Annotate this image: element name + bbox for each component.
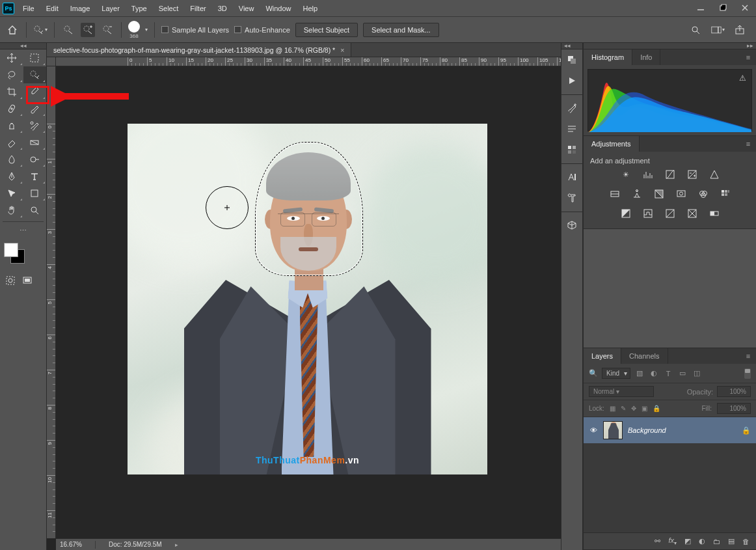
paragraph-panel-icon[interactable] — [561, 187, 582, 208]
canvas-viewport[interactable]: ThuThuatPhanMem.vn — [56, 66, 561, 538]
blur-tool[interactable] — [0, 151, 23, 168]
toolbox-expand-handle[interactable]: ◂◂ — [0, 43, 46, 49]
play-panel-icon[interactable] — [561, 70, 582, 91]
delete-layer-icon[interactable]: 🗑 — [742, 538, 749, 545]
screen-mode-icon[interactable] — [22, 275, 33, 287]
curves-icon[interactable] — [664, 169, 677, 180]
new-layer-icon[interactable]: ▤ — [728, 537, 735, 545]
photo-filter-icon[interactable] — [675, 188, 688, 200]
select-subject-button[interactable]: Select Subject — [295, 23, 358, 37]
menu-layer[interactable]: Layer — [96, 0, 126, 17]
edit-toolbar-button[interactable]: ⋯ — [0, 222, 46, 239]
canvas[interactable]: ThuThuatPhanMem.vn — [128, 124, 487, 474]
history-brush-tool[interactable] — [23, 117, 47, 134]
shape-tool[interactable] — [23, 185, 47, 202]
menu-type[interactable]: Type — [126, 0, 153, 17]
threshold-icon[interactable] — [664, 208, 677, 219]
layer-row-background[interactable]: 👁 Background 🔒 — [584, 417, 756, 443]
select-and-mask-button[interactable]: Select and Mask... — [363, 23, 439, 37]
new-group-icon[interactable]: 🗀 — [713, 538, 720, 545]
color-balance-icon[interactable] — [630, 188, 643, 200]
menu-file[interactable]: File — [17, 0, 40, 17]
menu-help[interactable]: Help — [297, 0, 324, 17]
menu-window[interactable]: Window — [260, 0, 297, 17]
pen-tool[interactable] — [0, 168, 23, 185]
lasso-tool[interactable] — [0, 66, 23, 83]
menu-image[interactable]: Image — [64, 0, 96, 17]
new-adjustment-layer-icon[interactable]: ◐ — [699, 537, 705, 545]
panels-expand-handle[interactable]: ▸▸ — [584, 43, 756, 49]
levels-icon[interactable] — [641, 169, 655, 180]
new-selection-icon[interactable] — [61, 23, 75, 37]
lock-artboard-icon[interactable]: ▣ — [641, 405, 647, 412]
eyedropper-tool[interactable] — [23, 83, 47, 100]
subtract-from-selection-icon[interactable] — [100, 23, 115, 37]
adjustments-tab[interactable]: Adjustments — [584, 136, 640, 152]
filter-toggle[interactable] — [744, 368, 751, 379]
window-restore-button[interactable] — [712, 1, 734, 15]
window-close-button[interactable] — [734, 1, 756, 15]
histogram-warning-icon[interactable]: ⚠ — [739, 74, 746, 83]
lock-transparent-icon[interactable]: ▦ — [610, 405, 615, 412]
ruler-horizontal[interactable]: 0510152025303540455055606570758085909510… — [56, 57, 561, 66]
lock-position-icon[interactable]: ✥ — [631, 405, 636, 412]
histogram-tab[interactable]: Histogram — [584, 49, 632, 65]
zoom-level[interactable]: 16.67% — [60, 541, 82, 548]
fill-field[interactable]: 100% — [717, 403, 751, 414]
layer-fx-icon[interactable]: fx▾ — [668, 536, 677, 546]
share-icon[interactable] — [733, 23, 747, 37]
crop-tool[interactable] — [0, 83, 23, 100]
dodge-tool[interactable] — [23, 151, 47, 168]
active-tool-icon[interactable]: ▾ — [33, 23, 47, 37]
layers-empty-area[interactable] — [584, 443, 756, 532]
menu-edit[interactable]: Edit — [40, 0, 64, 17]
3d-panel-icon[interactable] — [561, 215, 582, 236]
opacity-field[interactable]: 100% — [717, 386, 751, 397]
doc-size[interactable]: Doc: 29.5M/29.5M — [109, 541, 162, 548]
swatches-panel-icon[interactable] — [561, 139, 582, 160]
document-tab[interactable]: selective-focus-photograph-of-man-wearin… — [47, 43, 351, 57]
brightness-contrast-icon[interactable]: ☀ — [619, 169, 632, 180]
panel-menu-icon[interactable]: ≡ — [740, 348, 756, 364]
lock-all-icon[interactable]: 🔒 — [653, 405, 660, 412]
add-mask-icon[interactable]: ◩ — [684, 537, 691, 545]
filter-adjust-icon[interactable]: ◐ — [649, 368, 659, 379]
panel-menu-icon[interactable]: ≡ — [740, 49, 756, 65]
workspace-switcher-icon[interactable]: ▾ — [710, 23, 725, 37]
posterize-icon[interactable] — [641, 208, 655, 219]
filter-pixel-icon[interactable]: ▧ — [634, 368, 645, 379]
brush-settings-icon[interactable] — [561, 98, 582, 118]
channel-mixer-icon[interactable] — [697, 188, 710, 200]
eraser-tool[interactable] — [0, 134, 23, 151]
channels-tab[interactable]: Channels — [621, 348, 668, 364]
menu-view[interactable]: View — [233, 0, 260, 17]
layer-thumbnail[interactable] — [603, 421, 623, 439]
color-panel-icon[interactable] — [561, 49, 582, 70]
quick-selection-tool[interactable] — [23, 66, 47, 83]
vibrance-icon[interactable] — [708, 169, 721, 180]
selective-color-icon[interactable] — [686, 208, 699, 219]
gradient-map-icon[interactable] — [708, 208, 721, 219]
marquee-tool[interactable] — [23, 49, 47, 66]
zoom-tool[interactable] — [23, 202, 47, 219]
home-icon[interactable] — [5, 23, 20, 37]
menu-filter[interactable]: Filter — [184, 0, 211, 17]
invert-icon[interactable] — [619, 208, 632, 219]
hand-tool[interactable] — [0, 202, 23, 219]
foreground-color-swatch[interactable] — [4, 243, 18, 257]
exposure-icon[interactable] — [686, 169, 699, 180]
ruler-vertical[interactable]: 0123456789101112 — [47, 66, 56, 538]
link-layers-icon[interactable]: ⚯ — [655, 537, 660, 545]
paragraph-styles-icon[interactable] — [561, 118, 582, 139]
layer-name[interactable]: Background — [628, 426, 666, 434]
panel-menu-icon[interactable]: ≡ — [740, 136, 756, 152]
blend-mode-dropdown[interactable]: Normal ▾ — [589, 386, 654, 397]
search-icon[interactable] — [688, 23, 703, 37]
type-tool[interactable] — [23, 168, 47, 185]
hue-sat-icon[interactable] — [608, 188, 621, 200]
foreground-background-colors[interactable] — [4, 243, 46, 271]
color-lookup-icon[interactable] — [719, 188, 732, 200]
move-tool[interactable] — [0, 49, 23, 66]
auto-enhance-checkbox[interactable]: Auto-Enhance — [234, 26, 290, 34]
brush-picker[interactable]: 368 — [128, 21, 140, 39]
